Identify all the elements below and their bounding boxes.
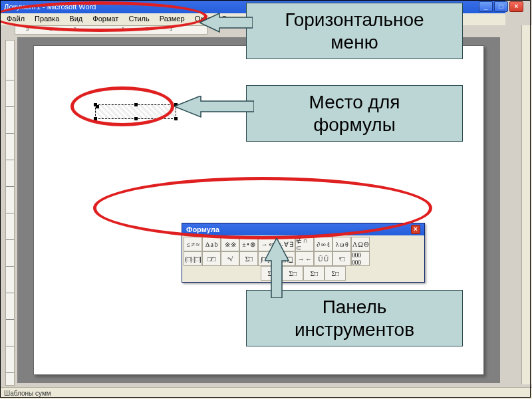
ruler-horizontal: 321123 <box>15 25 207 35</box>
eqn-btn[interactable]: Ū Ū <box>314 251 332 266</box>
callout-toolbar-line2: инструментов <box>256 319 453 341</box>
eqn-btn[interactable]: λ ω θ <box>332 237 351 251</box>
callout-toolbar: Панель инструментов <box>246 290 463 346</box>
equation-toolbar-title: Формула <box>186 225 219 233</box>
eqn-btn[interactable]: (□) [□] <box>184 251 202 266</box>
eqn-btn[interactable]: □⁄□ <box>202 251 221 266</box>
equation-toolbar-close-button[interactable]: × <box>411 225 420 234</box>
callout-formula-line1: Место для <box>256 91 453 114</box>
eqn-btn[interactable]: → ⇔ <box>258 237 277 251</box>
eqn-btn[interactable]: ∆ a b <box>202 237 221 251</box>
eqn-btn[interactable]: □̄ □̲ <box>277 251 295 266</box>
equation-row-1: ≤ ≠ ≈ ∆ a b ※ ※ ± • ⊗ → ⇔ ∴ ∀ ∃ ∉ ∩ ⊂ ∂ … <box>184 237 423 251</box>
equation-object[interactable] <box>95 104 176 119</box>
callout-toolbar-line1: Панель <box>256 296 453 319</box>
eqn-btn[interactable]: → ← <box>295 251 314 266</box>
eqn-btn[interactable]: Σ□ <box>303 266 325 281</box>
callout-formula-line2: формулы <box>256 114 453 136</box>
status-text: Шаблоны сумм <box>4 390 51 397</box>
menu-item[interactable]: Формат <box>88 13 122 24</box>
eqn-btn[interactable]: ≤ ≠ ≈ <box>184 237 202 251</box>
ruler-vertical <box>5 40 15 386</box>
minimize-button[interactable]: _ <box>479 1 493 12</box>
menu-item[interactable]: Окно <box>191 13 216 24</box>
eqn-btn[interactable]: Σ□ <box>282 266 303 281</box>
eqn-btn[interactable]: Σ□ <box>261 266 282 281</box>
eqn-btn[interactable]: 000 000 <box>351 251 370 266</box>
maximize-button[interactable]: □ <box>494 1 508 12</box>
vertical-scrollbar[interactable] <box>521 25 532 384</box>
menu-item[interactable]: Файл <box>3 13 29 24</box>
eqn-btn[interactable]: ∉ ∩ ⊂ <box>295 237 314 251</box>
eqn-btn[interactable]: ※ ※ <box>221 237 239 251</box>
callout-menu: Горизонтальное меню <box>246 3 463 59</box>
eqn-btn[interactable]: ⁿ□ <box>332 251 351 266</box>
eqn-btn[interactable]: ∴ ∀ ∃ <box>277 237 295 251</box>
callout-menu-line1: Горизонтальное <box>256 9 453 31</box>
eqn-btn[interactable]: Λ Ω Θ <box>351 237 370 251</box>
callout-formula: Место для формулы <box>246 85 463 142</box>
eqn-btn[interactable]: ± • ⊗ <box>239 237 258 251</box>
window-title: Документ1 - Microsoft Word <box>4 3 96 11</box>
eqn-btn[interactable]: ∂ ∞ ℓ <box>314 237 332 251</box>
window-controls: _ □ × <box>479 1 523 12</box>
eqn-btn[interactable]: ⁿ√ <box>221 251 239 266</box>
equation-toolbar-body: ≤ ≠ ≈ ∆ a b ※ ※ ± • ⊗ → ⇔ ∴ ∀ ∃ ∉ ∩ ⊂ ∂ … <box>182 235 424 282</box>
equation-row-2: (□) [□] □⁄□ ⁿ√ Σ□ ∫□ ∮□ □̄ □̲ → ← Ū Ū ⁿ□… <box>184 251 423 266</box>
equation-toolbar-titlebar[interactable]: Формула × <box>182 223 424 235</box>
menu-item[interactable]: Стиль <box>124 13 153 24</box>
eqn-btn[interactable]: ∫□ ∮□ <box>258 251 277 266</box>
equation-row-3: Σ□ Σ□ Σ□ Σ□ <box>184 266 423 281</box>
close-button[interactable]: × <box>509 1 523 12</box>
menu-item[interactable]: Вид <box>65 13 86 24</box>
callout-menu-line2: меню <box>256 31 453 54</box>
status-bar: Шаблоны сумм <box>0 387 532 399</box>
menu-item[interactable]: Размер <box>156 13 189 24</box>
eqn-btn[interactable]: Σ□ <box>239 251 258 266</box>
equation-toolbar-window[interactable]: Формула × ≤ ≠ ≈ ∆ a b ※ ※ ± • ⊗ → ⇔ ∴ ∀ … <box>182 223 425 283</box>
eqn-btn[interactable]: Σ□ <box>325 266 346 281</box>
menu-item[interactable]: Правка <box>31 13 63 24</box>
